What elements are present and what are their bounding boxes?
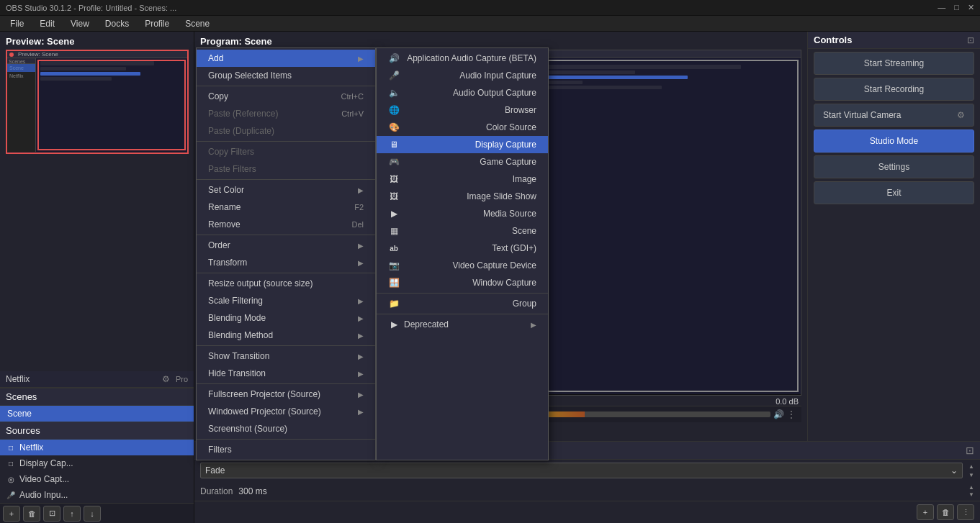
- settings-button[interactable]: Settings: [814, 155, 974, 178]
- close-button[interactable]: ✕: [968, 3, 974, 12]
- menu-edit[interactable]: Edit: [32, 17, 62, 30]
- submenu-audio-input[interactable]: 🎤 Audio Input Capture: [377, 67, 548, 84]
- ctx-rename-shortcut: F2: [354, 203, 364, 212]
- source-item-netflix[interactable]: □ Netflix: [0, 440, 194, 455]
- preview-main: [36, 58, 187, 152]
- ctx-blending-method-arrow: ▶: [358, 332, 364, 340]
- submenu-window-capture[interactable]: 🪟 Window Capture: [377, 274, 548, 291]
- source-item-display-cap[interactable]: □ Display Cap...: [0, 455, 194, 471]
- preview-section: Preview: Scene Preview: Scene Scenes Sce…: [0, 32, 194, 371]
- ctx-order[interactable]: Order ▶: [197, 237, 375, 254]
- exit-button[interactable]: Exit: [814, 181, 974, 204]
- submenu-color-source[interactable]: 🎨 Color Source: [377, 119, 548, 136]
- menu-profile[interactable]: Profile: [138, 17, 176, 30]
- submenu-image[interactable]: 🖼 Image: [377, 170, 548, 188]
- submenu-app-audio-icon: 🔊: [388, 53, 400, 63]
- menu-scene[interactable]: Scene: [178, 17, 217, 30]
- duration-label: Duration: [200, 486, 233, 496]
- submenu-window-capture-icon: 🪟: [388, 278, 400, 288]
- submenu-browser[interactable]: 🌐 Browser: [377, 101, 548, 119]
- menu-docks[interactable]: Docks: [98, 17, 136, 30]
- vol-icon[interactable]: 🔊: [773, 409, 784, 419]
- ctx-show-transition[interactable]: Show Transition ▶: [197, 347, 375, 365]
- trans-add-button[interactable]: +: [917, 504, 934, 520]
- submenu-game-capture-label: Game Capture: [480, 157, 536, 167]
- scene-toolbar: + 🗑 ⊡ ↑ ↓: [0, 503, 194, 523]
- scene-item[interactable]: Scene: [0, 406, 194, 422]
- studio-mode-button[interactable]: Studio Mode: [814, 129, 974, 153]
- submenu-deprecated[interactable]: ▶ Deprecated ▶: [377, 316, 548, 333]
- submenu-add: 🔊 Application Audio Capture (BETA) 🎤 Aud…: [376, 47, 549, 460]
- window-controls[interactable]: — □ ✕: [938, 3, 974, 12]
- add-source-button[interactable]: +: [3, 506, 20, 522]
- menu-bar: File Edit View Docks Profile Scene: [0, 16, 980, 32]
- ctx-screenshot[interactable]: Screenshot (Source): [197, 420, 375, 437]
- ctx-transform-label: Transform: [208, 258, 247, 268]
- start-streaming-button[interactable]: Start Streaming: [814, 52, 974, 75]
- submenu-scene[interactable]: ▦ Scene: [377, 222, 548, 240]
- start-virtual-camera-button[interactable]: Start Virtual Camera ⚙: [814, 104, 974, 127]
- maximize-button[interactable]: □: [954, 3, 959, 12]
- submenu-deprecated-icon: ▶: [388, 319, 400, 329]
- ctx-blending-method[interactable]: Blending Method ▶: [197, 327, 375, 344]
- submenu-text-gdi-label: Text (GDI+): [492, 243, 536, 253]
- ctx-resize-output[interactable]: Resize output (source size): [197, 275, 375, 292]
- ctx-hide-transition[interactable]: Hide Transition ▶: [197, 365, 375, 382]
- submenu-group[interactable]: 📁 Group: [377, 295, 548, 312]
- scenes-section: Scenes Scene: [0, 388, 194, 422]
- ctx-filters[interactable]: Filters: [197, 441, 375, 458]
- ctx-windowed-projector[interactable]: Windowed Projector (Source) ▶: [197, 403, 375, 420]
- submenu-display-capture[interactable]: 🖥 Display Capture: [377, 136, 548, 153]
- ctx-fullscreen-projector[interactable]: Fullscreen Projector (Source) ▶: [197, 386, 375, 403]
- ctx-transform[interactable]: Transform ▶: [197, 254, 375, 271]
- submenu-media-source[interactable]: ▶ Media Source: [377, 205, 548, 222]
- virtual-camera-gear-icon[interactable]: ⚙: [957, 110, 965, 120]
- submenu-deprecated-label: Deprecated: [404, 319, 449, 329]
- submenu-text-gdi[interactable]: ab Text (GDI+): [377, 240, 548, 257]
- netflix-gear-icon[interactable]: ⚙: [162, 374, 170, 384]
- ctx-remove[interactable]: Remove Del: [197, 216, 375, 233]
- ctx-blending-mode[interactable]: Blending Mode ▶: [197, 309, 375, 327]
- config-source-button[interactable]: ⊡: [43, 506, 60, 522]
- submenu-app-audio-capture[interactable]: 🔊 Application Audio Capture (BETA): [377, 50, 548, 67]
- start-recording-button[interactable]: Start Recording: [814, 78, 974, 101]
- ctx-screenshot-label: Screenshot (Source): [208, 424, 287, 434]
- submenu-image-slideshow[interactable]: 🖼 Image Slide Show: [377, 188, 548, 205]
- submenu-audio-input-icon: 🎤: [388, 71, 400, 81]
- submenu-video-capture[interactable]: 📷 Video Capture Device: [377, 257, 548, 274]
- source-icon-netflix: □: [6, 442, 16, 452]
- menu-file[interactable]: File: [3, 17, 31, 30]
- sources-panel: Sources □ Netflix □ Display Cap... ◎ Vid…: [0, 422, 194, 503]
- trans-more-button[interactable]: ⋮: [957, 504, 974, 520]
- source-item-video-cap[interactable]: ◎ Video Capt...: [0, 471, 194, 487]
- ctx-paste-ref-label: Paste (Reference): [208, 109, 278, 119]
- remove-source-button[interactable]: 🗑: [23, 506, 40, 522]
- ctx-set-color[interactable]: Set Color ▶: [197, 181, 375, 199]
- up-source-button[interactable]: ↑: [63, 506, 81, 522]
- submenu-sep-2: [377, 314, 548, 314]
- ctx-paste-dup: Paste (Duplicate): [197, 122, 375, 140]
- ctx-windowed-projector-label: Windowed Projector (Source): [208, 406, 321, 417]
- down-source-button[interactable]: ↓: [84, 506, 101, 522]
- minimize-button[interactable]: —: [938, 3, 945, 12]
- controls-expand-icon[interactable]: ⊡: [967, 35, 974, 45]
- ctx-rename[interactable]: Rename F2: [197, 199, 375, 216]
- source-icon-display: □: [6, 458, 16, 468]
- ctx-group-selected[interactable]: Group Selected Items: [197, 67, 375, 84]
- context-menu-overlay: Add ▶ Group Selected Items Copy Ctrl+C P…: [196, 47, 549, 460]
- submenu-game-capture[interactable]: 🎮 Game Capture: [377, 153, 548, 170]
- menu-view[interactable]: View: [63, 17, 96, 30]
- transition-dropdown-icon: ⌄: [950, 465, 958, 476]
- ctx-scale-filtering[interactable]: Scale Filtering ▶: [197, 292, 375, 309]
- ctx-copy[interactable]: Copy Ctrl+C: [197, 88, 375, 105]
- source-item-audio-input[interactable]: 🎤 Audio Inpu...: [0, 487, 194, 503]
- trans-remove-button[interactable]: 🗑: [937, 504, 954, 520]
- scene-transitions-expand-icon[interactable]: ⊡: [966, 445, 974, 456]
- preview-inner: Preview: Scene Scenes Scene Netflix: [7, 51, 187, 153]
- submenu-audio-output[interactable]: 🔈 Audio Output Capture: [377, 84, 548, 101]
- audio-options-icon[interactable]: ⋮: [787, 409, 796, 419]
- left-panel: Preview: Scene Preview: Scene Scenes Sce…: [0, 32, 194, 523]
- ctx-add[interactable]: Add ▶: [197, 50, 375, 67]
- submenu-browser-icon: 🌐: [388, 105, 400, 115]
- transition-select[interactable]: Fade ⌄: [200, 463, 963, 478]
